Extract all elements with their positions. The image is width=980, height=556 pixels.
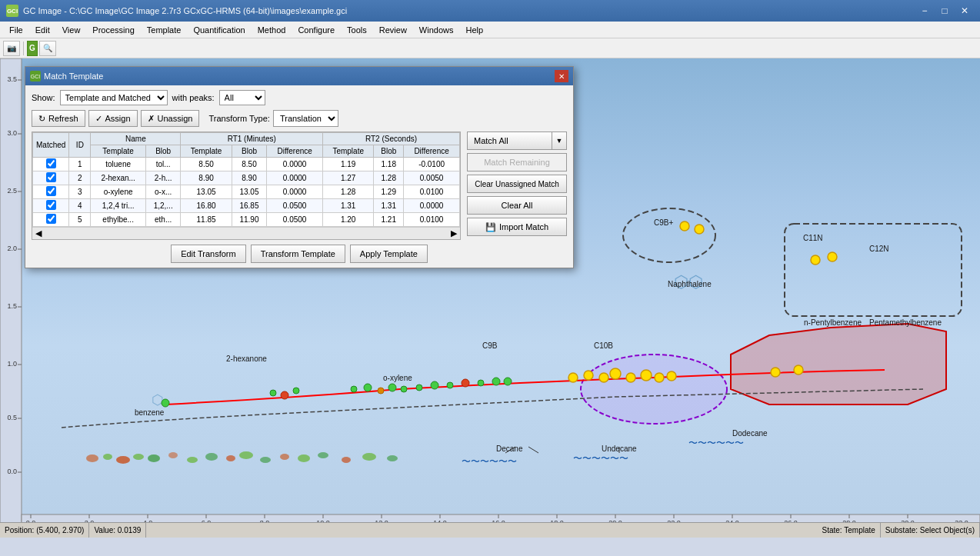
toolbar: 📷 G 🔍 <box>0 38 980 58</box>
dialog-close-button[interactable]: ✕ <box>555 70 568 82</box>
svg-point-24 <box>599 373 608 382</box>
status-bar: Position: (5.400, 2.970) Value: 0.0139 S… <box>0 522 980 538</box>
svg-point-39 <box>86 454 98 462</box>
refresh-button[interactable]: ↻ Refresh <box>32 110 85 127</box>
edit-transform-button[interactable]: Edit Transform <box>171 245 246 263</box>
svg-point-19 <box>478 380 484 386</box>
apply-template-button[interactable]: Apply Template <box>350 245 428 263</box>
gc-label-dodecane: Dodecane <box>732 429 768 438</box>
svg-point-30 <box>680 221 689 231</box>
svg-text:〜〜〜〜〜〜: 〜〜〜〜〜〜 <box>462 456 517 467</box>
unassign-icon: ✗ <box>148 114 155 124</box>
match-table: Matched ID Name RT1 (Minutes) RT2 (Secon… <box>32 132 460 227</box>
svg-point-47 <box>226 455 235 461</box>
svg-point-8 <box>281 391 288 399</box>
scroll-left-icon[interactable]: ◀ <box>35 228 42 238</box>
col-rt1-blob: Blob <box>232 145 267 158</box>
menu-configure[interactable]: Configure <box>292 22 341 38</box>
svg-text:⬡⬡: ⬡⬡ <box>674 272 703 291</box>
value-display: Value: 0.0139 <box>89 523 146 538</box>
toolbar-btn-1[interactable]: 📷 <box>3 41 20 56</box>
dialog-title: Match Template <box>44 72 103 81</box>
svg-point-14 <box>401 386 407 392</box>
menu-template[interactable]: Template <box>141 22 188 38</box>
svg-text:2.0: 2.0 <box>7 245 17 252</box>
toolbar-btn-3[interactable]: 🔍 <box>39 41 56 56</box>
svg-point-43 <box>148 454 160 462</box>
menu-windows[interactable]: Windows <box>413 22 460 38</box>
svg-point-45 <box>187 457 198 463</box>
svg-point-17 <box>447 382 453 388</box>
menu-review[interactable]: Review <box>373 22 413 38</box>
svg-point-10 <box>351 386 357 392</box>
title-bar: GCI GC Image - C:\GC Image\GC Image 2.7r… <box>0 0 980 22</box>
toolbar-btn-2[interactable]: G <box>27 41 38 56</box>
svg-text:1.5: 1.5 <box>7 302 17 310</box>
col-rt2-blob: Blob <box>374 145 404 158</box>
match-all-button[interactable]: Match All <box>467 132 552 150</box>
gc-label-undecane: Undecane <box>602 444 637 453</box>
menu-view[interactable]: View <box>56 22 87 38</box>
dialog-icon: GCI <box>30 71 41 82</box>
svg-point-7 <box>270 390 276 396</box>
match-remaining-button[interactable]: Match Remaining <box>467 153 567 171</box>
col-rt1-tmpl: Template <box>181 145 232 158</box>
svg-point-18 <box>462 379 469 387</box>
refresh-icon: ↻ <box>38 114 45 124</box>
col-name-tmpl: Template <box>91 145 146 158</box>
peaks-select[interactable]: All <box>219 90 265 105</box>
unassign-button[interactable]: ✗ Unassign <box>141 110 200 127</box>
table-row: 2 2-hexan... 2-h... 8.90 8.90 0.0000 1.2… <box>33 171 460 185</box>
svg-point-52 <box>318 452 328 458</box>
clear-all-button[interactable]: Clear All <box>467 196 567 215</box>
row1-check[interactable] <box>33 158 69 171</box>
menu-file[interactable]: File <box>3 22 29 38</box>
svg-point-54 <box>362 453 376 461</box>
col-id-header: ID <box>69 133 91 158</box>
svg-point-34 <box>811 255 820 265</box>
svg-point-40 <box>103 454 112 460</box>
assign-icon: ✓ <box>95 114 102 124</box>
col-matched-header: Matched <box>33 133 69 158</box>
maximize-button[interactable]: □ <box>935 4 954 18</box>
svg-point-13 <box>388 384 396 391</box>
menu-method[interactable]: Method <box>252 22 292 38</box>
svg-point-22 <box>568 373 578 382</box>
clear-unassigned-button[interactable]: Clear Unassigned Match <box>467 175 567 193</box>
col-name-blob: Blob <box>145 145 181 158</box>
svg-point-28 <box>655 373 664 382</box>
menu-quantification[interactable]: Quantification <box>187 22 251 38</box>
col-rt2-header: RT2 (Seconds) <box>323 133 460 145</box>
assign-button[interactable]: ✓ Assign <box>88 110 138 127</box>
show-select[interactable]: Template and Matched <box>60 90 168 105</box>
svg-point-25 <box>610 368 621 379</box>
scroll-right-icon[interactable]: ▶ <box>451 228 457 238</box>
svg-text:0.5: 0.5 <box>7 414 17 421</box>
menu-tools[interactable]: Tools <box>341 22 373 38</box>
menu-processing[interactable]: Processing <box>86 22 140 38</box>
gc-label-c11n: C11N <box>803 234 823 242</box>
svg-point-15 <box>416 385 422 391</box>
table-row: 4 1,2,4 tri... 1,2,... 16.80 16.85 0.050… <box>33 199 460 213</box>
gc-label-2hexanone: 2-hexanone <box>226 355 267 363</box>
transform-template-button[interactable]: Transform Template <box>251 245 345 263</box>
col-rt1-diff: Difference <box>267 145 323 158</box>
close-button[interactable]: ✕ <box>955 4 974 18</box>
bottom-buttons: Edit Transform Transform Template Apply … <box>32 245 567 263</box>
svg-point-51 <box>298 454 310 462</box>
svg-rect-0 <box>785 224 962 316</box>
transform-type-label: Transform Type: <box>208 114 269 123</box>
svg-point-41 <box>116 456 130 464</box>
menu-help[interactable]: Help <box>459 22 489 38</box>
svg-text:1.0: 1.0 <box>7 360 17 368</box>
svg-text:〜〜〜〜〜〜: 〜〜〜〜〜〜 <box>573 453 628 464</box>
import-match-button[interactable]: 💾 Import Match <box>467 218 567 236</box>
transform-select[interactable]: Translation Rotation Affine <box>273 110 338 127</box>
menu-edit[interactable]: Edit <box>29 22 56 38</box>
minimize-button[interactable]: − <box>915 4 934 18</box>
match-all-dropdown[interactable]: ▼ <box>552 132 567 150</box>
with-peaks-label: with peaks: <box>172 93 215 102</box>
gc-label-decane: Decane <box>496 444 522 453</box>
gc-label-c9b: C9B <box>482 341 497 350</box>
svg-rect-59 <box>0 58 22 538</box>
